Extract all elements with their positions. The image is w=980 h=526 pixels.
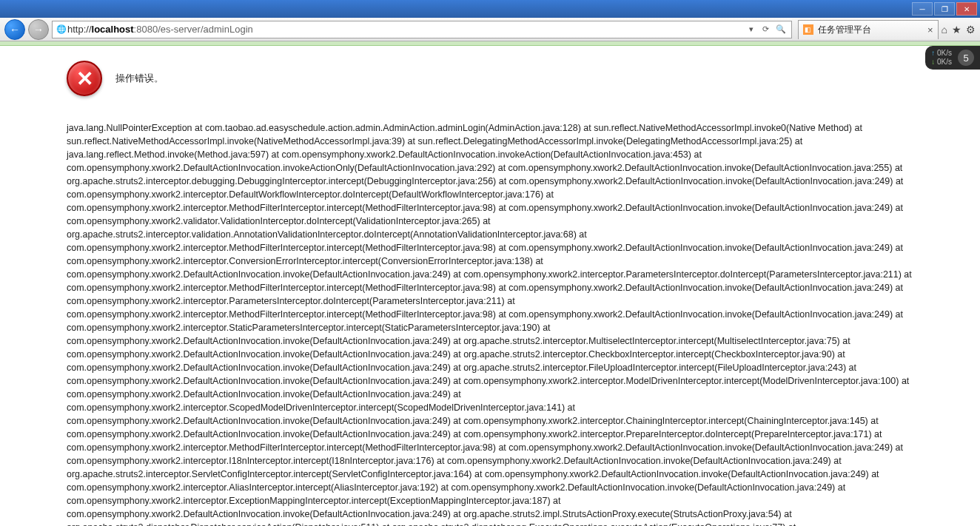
browser-tab[interactable]: ◧ 任务管理平台 × (798, 20, 939, 39)
error-header: ✕ 操作错误。 (67, 61, 913, 96)
tab-title: 任务管理平台 (818, 24, 923, 36)
favorites-icon[interactable]: ★ (952, 24, 961, 36)
tab-close-icon[interactable]: × (927, 24, 933, 36)
tools-icon[interactable]: ⚙ (966, 24, 976, 36)
home-icon[interactable]: ⌂ (942, 24, 947, 36)
window-maximize-button[interactable]: ❐ (934, 2, 955, 16)
url-host: localhost (92, 24, 134, 35)
tab-strip: ◧ 任务管理平台 × (798, 20, 939, 39)
search-icon[interactable]: 🔍 (773, 24, 788, 34)
url-rest: :8080/es-server/adminLogin (134, 24, 253, 35)
error-stacktrace: java.lang.NullPointerException at com.ta… (67, 121, 913, 526)
toolbar-right-icons: ⌂ ★ ⚙ (942, 24, 976, 36)
page-content: ✕ 操作错误。 java.lang.NullPointerException a… (0, 46, 980, 526)
window-close-button[interactable]: ✕ (956, 2, 977, 16)
address-url[interactable]: http://localhost:8080/es-server/adminLog… (67, 24, 744, 35)
browser-toolbar: ← → 🌐 http://localhost:8080/es-server/ad… (0, 18, 980, 41)
url-proto: http:// (67, 24, 92, 35)
tab-favicon-icon: ◧ (803, 24, 813, 35)
window-titlebar: ─ ❐ ✕ (0, 0, 980, 18)
window-minimize-button[interactable]: ─ (912, 2, 933, 16)
nav-back-button[interactable]: ← (4, 19, 25, 40)
nav-forward-button[interactable]: → (28, 19, 49, 40)
error-title: 操作错误。 (115, 72, 164, 85)
address-bar[interactable]: 🌐 http://localhost:8080/es-server/adminL… (52, 21, 792, 38)
address-dropdown-icon[interactable]: ▾ (744, 24, 759, 34)
refresh-icon[interactable]: ⟳ (759, 24, 773, 34)
error-icon: ✕ (67, 61, 102, 96)
page-favicon-icon: 🌐 (56, 24, 67, 36)
